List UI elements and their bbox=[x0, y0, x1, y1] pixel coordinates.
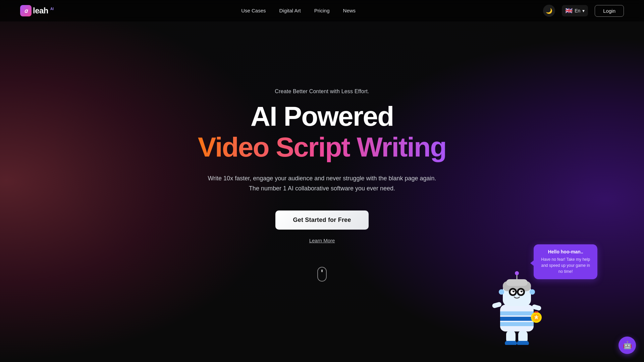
nav-item-news[interactable]: News bbox=[343, 8, 356, 14]
robot-chat-bubble: Hello hoo-man.. Have no fear! Take my he… bbox=[534, 244, 597, 279]
nav-link-usecases[interactable]: Use Cases bbox=[241, 8, 266, 13]
nav-item-pricing[interactable]: Pricing bbox=[314, 8, 330, 14]
svg-rect-3 bbox=[500, 322, 534, 326]
nav-link-news[interactable]: News bbox=[343, 8, 356, 13]
chat-text: Have no fear! Take my help and speed up … bbox=[539, 256, 592, 275]
scroll-indicator bbox=[317, 267, 327, 282]
nav-link-digitalart[interactable]: Digital Art bbox=[279, 8, 301, 13]
nav-links: Use Cases Digital Art Pricing News bbox=[241, 8, 356, 14]
lang-code: En bbox=[575, 8, 580, 13]
svg-rect-2 bbox=[500, 317, 534, 321]
hero-title-white: AI Powered Video Script Writing bbox=[198, 101, 446, 173]
learn-more-link[interactable]: Learn More bbox=[309, 238, 335, 243]
svg-rect-22 bbox=[534, 311, 538, 313]
chat-title: Hello hoo-man.. bbox=[539, 249, 592, 254]
moon-icon: 🌙 bbox=[546, 8, 552, 14]
hero-title-gradient-text: Video Script Writing bbox=[198, 131, 446, 163]
scroll-dot bbox=[321, 269, 323, 272]
svg-rect-1 bbox=[500, 311, 534, 315]
nav-right: 🌙 🇬🇧 En ▾ Login bbox=[543, 5, 624, 17]
hero-section: Create Better Content with Less Effort. … bbox=[0, 21, 644, 362]
svg-point-16 bbox=[530, 289, 535, 295]
language-selector[interactable]: 🇬🇧 En ▾ bbox=[562, 5, 588, 16]
logo-text: leah bbox=[33, 6, 48, 15]
hero-title-white-text: AI Powered bbox=[251, 101, 394, 131]
svg-point-15 bbox=[499, 289, 504, 295]
nav-link-pricing[interactable]: Pricing bbox=[314, 8, 330, 13]
hero-desc-line1: Write 10x faster, engage your audience a… bbox=[208, 175, 436, 182]
svg-rect-26 bbox=[517, 341, 529, 345]
svg-rect-25 bbox=[505, 341, 517, 345]
navbar: ɑ leah AI Use Cases Digital Art Pricing … bbox=[0, 0, 644, 21]
hero-subtitle: Create Better Content with Less Effort. bbox=[275, 88, 369, 95]
login-button[interactable]: Login bbox=[595, 5, 624, 17]
scroll-mouse bbox=[317, 267, 327, 282]
hero-description: Write 10x faster, engage your audience a… bbox=[208, 173, 436, 194]
get-started-button[interactable]: Get Started for Free bbox=[275, 210, 368, 230]
logo[interactable]: ɑ leah AI bbox=[20, 5, 54, 16]
robot-container: Hello hoo-man.. Have no fear! Take my he… bbox=[480, 251, 554, 345]
flag-icon: 🇬🇧 bbox=[565, 7, 573, 14]
hero-desc-line2: The number 1 AI collaborative software y… bbox=[249, 185, 395, 192]
chevron-down-icon: ▾ bbox=[582, 8, 585, 13]
logo-icon: ɑ bbox=[20, 5, 32, 16]
logo-ai-badge: AI bbox=[50, 7, 54, 11]
svg-rect-17 bbox=[492, 302, 502, 309]
chat-widget-button[interactable]: 🤖 bbox=[619, 337, 636, 354]
theme-toggle-button[interactable]: 🌙 bbox=[543, 5, 555, 17]
nav-item-usecases[interactable]: Use Cases bbox=[241, 8, 266, 14]
svg-rect-6 bbox=[506, 279, 528, 286]
svg-point-28 bbox=[515, 271, 519, 275]
svg-point-14 bbox=[522, 290, 523, 291]
svg-point-13 bbox=[514, 290, 515, 291]
nav-item-digitalart[interactable]: Digital Art bbox=[279, 8, 301, 14]
chat-widget-icon: 🤖 bbox=[623, 341, 632, 350]
